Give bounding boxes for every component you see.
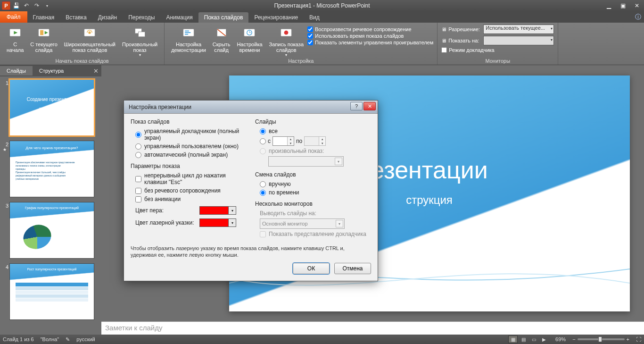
tab-animations[interactable]: Анимация [160, 12, 198, 23]
fit-window-icon[interactable]: ⛶ [636, 336, 641, 342]
thumbnail-row[interactable]: 1 Создание презентации Подробная инструк… [2, 79, 99, 136]
file-tab[interactable]: Файл [0, 11, 27, 23]
close-panel-icon[interactable]: ✕ [93, 67, 99, 75]
radio-timings[interactable]: по времени [260, 189, 371, 196]
thumbnail-slide-1[interactable]: Создание презентации Подробная инструкци… [9, 79, 94, 136]
language-icon[interactable]: ✎ [66, 336, 70, 343]
rehearse-button[interactable]: Настройка времени [234, 25, 265, 58]
thumbnail-row[interactable]: 3 График популярности презентаций [2, 202, 99, 259]
undo-icon[interactable]: ↶ [22, 1, 31, 10]
play-narrations-checkbox[interactable]: Воспроизвести речевое сопровождение [307, 26, 433, 32]
close-icon[interactable]: ✕ [630, 1, 644, 10]
window-buttons: ▁ ▣ ✕ [602, 1, 644, 10]
pie-chart-icon [23, 225, 51, 249]
thumbnail-number: 3 [2, 202, 9, 259]
no-animation-checkbox[interactable]: без анимации [135, 196, 247, 202]
from-beginning-button[interactable]: С начала [4, 25, 26, 58]
no-animation-label: без анимации [144, 196, 181, 202]
setup-checkboxes: Воспроизвести речевое сопровождение Испо… [307, 25, 433, 58]
broadcast-button[interactable]: Широковещательный показ слайдов [61, 25, 118, 58]
tab-design[interactable]: Дизайн [92, 12, 123, 23]
ok-button[interactable]: ОК [293, 263, 330, 274]
zoom-value[interactable]: 69% [555, 336, 566, 342]
setup-show-button[interactable]: Настройка демонстрации [168, 25, 209, 58]
svg-rect-12 [185, 34, 188, 35]
chevron-down-icon: ▾ [336, 220, 343, 227]
pen-color-picker[interactable]: ▾ [199, 206, 236, 215]
monitors-title: Несколько мониторов [255, 201, 371, 207]
tab-insert[interactable]: Вставка [60, 12, 92, 23]
record-button[interactable]: Запись показа слайдов ▾ [266, 25, 306, 58]
minimize-icon[interactable]: ▁ [602, 1, 616, 10]
radio-browsed[interactable]: управляемый пользователем (окно) [135, 143, 247, 150]
tab-home[interactable]: Главная [27, 12, 60, 23]
thumbnail-row[interactable]: 4 Рост популярности презентаций [2, 263, 99, 320]
notes-area[interactable]: Заметки к слайду [101, 321, 644, 335]
dialog-help-icon[interactable]: ? [350, 102, 363, 110]
sorter-view-icon[interactable]: ▤ [519, 336, 528, 343]
help-icon[interactable]: ⓘ [635, 13, 641, 21]
custom-show-button[interactable]: Произвольный показ ▾ [119, 25, 160, 58]
slides-group-title: Слайды [255, 118, 371, 125]
spin-down-icon[interactable]: ▼ [288, 141, 294, 145]
normal-view-icon[interactable]: ▦ [508, 336, 518, 343]
from-spinner[interactable]: ▲▼ [272, 136, 294, 146]
radio-custom-label: произвольный показ: [269, 148, 324, 154]
tab-slideshow[interactable]: Показ слайдов [198, 12, 249, 23]
reading-view-icon[interactable]: ▭ [529, 336, 538, 343]
thumbnail-body: Презентация обеспечивает наглядное предс… [16, 161, 88, 181]
svg-point-20 [284, 31, 289, 35]
slideshow-view-icon[interactable]: ▶ [539, 336, 549, 343]
save-icon[interactable]: 💾 [11, 1, 21, 10]
maximize-icon[interactable]: ▣ [616, 1, 630, 10]
status-language[interactable]: русский [76, 336, 95, 342]
radio-all[interactable]: все [260, 128, 371, 134]
zoom-slider[interactable] [578, 338, 625, 340]
presenter-repr-label: Показать представление докладчика [269, 231, 366, 237]
zoom-thumb[interactable] [598, 336, 602, 342]
qat-dropdown-icon[interactable]: ▾ [42, 1, 52, 10]
app-logo[interactable]: P [2, 1, 10, 10]
outline-tab[interactable]: Структура [33, 66, 70, 76]
chevron-down-icon: ▾ [285, 53, 287, 57]
show-on-select[interactable]: ▾ [483, 36, 554, 45]
cancel-button[interactable]: Отмена [334, 263, 371, 274]
from-current-button[interactable]: С текущего слайда [27, 25, 60, 58]
thumbnail-title: Создание презентации [10, 97, 94, 102]
tab-transitions[interactable]: Переходы [123, 12, 160, 23]
zoom-out-icon[interactable]: − [572, 336, 575, 342]
laser-color-picker[interactable]: ▾ [199, 218, 236, 227]
tab-review[interactable]: Рецензирование [248, 12, 304, 23]
zoom-in-icon[interactable]: + [627, 336, 629, 342]
record-icon [279, 25, 294, 41]
spin-down-icon[interactable]: ▼ [319, 141, 325, 145]
radio-manual[interactable]: вручную [260, 181, 371, 187]
radio-browsed-label: управляемый пользователем (окно) [144, 143, 239, 150]
resolution-select[interactable]: Использовать текущее...▾ [483, 25, 554, 34]
presenter-view-checkbox[interactable]: Режим докладчика [441, 47, 554, 53]
thumbnail-slide-4[interactable]: Рост популярности презентаций [9, 263, 94, 320]
spin-up-icon[interactable]: ▲ [288, 137, 294, 141]
thumbnail-slide-3[interactable]: График популярности презентаций [9, 202, 94, 259]
loop-checkbox[interactable]: непрерывный цикл до нажатия клавиши "Esc… [135, 172, 247, 185]
hide-slide-button[interactable]: Скрыть слайд [210, 25, 233, 58]
thumbnail-row[interactable]: 2 ★ Для чего нужна презентация? Презента… [2, 141, 99, 197]
ribbon-group-monitors: 🖥 Разрешение: Использовать текущее...▾ 🖥… [438, 23, 558, 65]
radio-presented[interactable]: управляемый докладчиком (полный экран) [135, 128, 247, 141]
slides-tab[interactable]: Слайды [0, 66, 33, 76]
show-media-checkbox[interactable]: Показать элементы управления проигрывате… [307, 40, 433, 45]
radio-custom: произвольный показ: [260, 148, 371, 154]
resolution-value: Использовать текущее... [486, 25, 545, 31]
no-narration-checkbox[interactable]: без речевого сопровождения [135, 187, 247, 194]
spin-up-icon[interactable]: ▲ [319, 137, 325, 141]
dialog-title-bar[interactable]: Настройка презентации ? ✕ [124, 101, 378, 114]
to-spinner[interactable]: ▲▼ [304, 136, 326, 146]
use-timings-checkbox[interactable]: Использовать время показа слайдов [307, 33, 433, 39]
svg-point-6 [89, 32, 91, 34]
radio-kiosk[interactable]: автоматический (полный экран) [135, 151, 247, 158]
redo-icon[interactable]: ↷ [32, 1, 41, 10]
radio-from[interactable]: с [260, 138, 271, 144]
thumbnail-slide-2[interactable]: Для чего нужна презентация? Презентация … [9, 141, 94, 197]
tab-view[interactable]: Вид [304, 12, 325, 23]
dialog-close-icon[interactable]: ✕ [363, 102, 376, 110]
